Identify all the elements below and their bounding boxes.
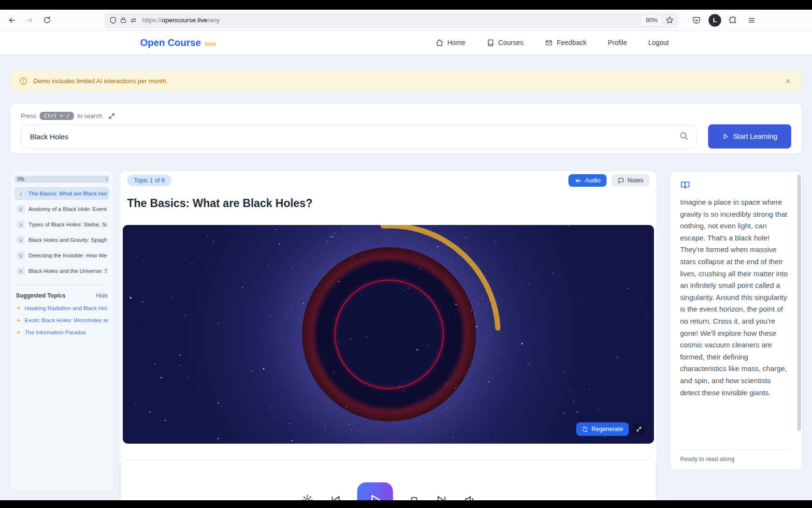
notes-button[interactable]: Notes (611, 174, 650, 187)
suggested-topic-3[interactable]: The Information Paradox (14, 329, 109, 335)
search-icon[interactable] (679, 131, 689, 141)
search-panel: Press Ctrl + / to search Start Learning (10, 104, 802, 153)
pocket-icon[interactable] (689, 13, 704, 28)
topics-sidebar: 0% 1 The Basics: What are Black Holes? 2… (10, 171, 114, 491)
settings-gear-icon[interactable] (301, 494, 314, 500)
nav-item-logout[interactable]: Logout (648, 39, 669, 46)
keyboard-shortcut: Ctrl + / (40, 112, 74, 120)
url-text[interactable]: https://opencourse.live/any (142, 16, 642, 24)
tracking-shield-icon[interactable] (109, 16, 117, 24)
topic-label: Types of Black Holes: Stellar, Sup... (29, 222, 107, 227)
start-learning-button[interactable]: Start Learning (708, 124, 791, 149)
account-avatar[interactable]: L (708, 13, 722, 28)
close-icon[interactable]: ✕ (783, 76, 793, 86)
permissions-icon[interactable] (130, 17, 137, 24)
nav-item-courses[interactable]: Courses (487, 39, 523, 47)
fullscreen-button[interactable] (633, 423, 645, 435)
back-icon[interactable] (5, 13, 19, 28)
topic-number: 2 (17, 205, 25, 213)
site-logo[interactable]: Open Course (140, 37, 201, 48)
hint-suffix: to search (77, 113, 102, 120)
url-domain: opencourse.live (162, 16, 208, 24)
suggested-label: The Information Paradox (25, 329, 86, 335)
topic-label: The Basics: What are Black Holes? (29, 191, 107, 196)
play-button[interactable] (357, 482, 393, 500)
url-bar[interactable]: https://opencourse.live/any 90% (104, 13, 679, 28)
progress-bar: 0% (14, 176, 109, 183)
feedback-mail-icon (545, 39, 553, 46)
volume-icon[interactable] (464, 494, 476, 500)
reader-scrollbar[interactable] (798, 175, 801, 431)
main-nav: Home Courses Feedback Profile Logout (435, 39, 669, 47)
nav-label: Courses (498, 39, 523, 46)
avatar-letter: L (709, 14, 721, 27)
lock-icon[interactable] (120, 16, 127, 24)
nav-label: Profile (608, 39, 627, 46)
suggested-label: Exotic Black Holes: Wormholes an... (25, 317, 108, 323)
notes-label: Notes (627, 177, 643, 184)
book-open-icon (680, 180, 792, 190)
sidebar-item-topic-1[interactable]: 1 The Basics: What are Black Holes? (14, 187, 109, 200)
brand[interactable]: Open Course beta (140, 37, 216, 48)
forward-icon[interactable] (22, 13, 37, 28)
sidebar-item-topic-2[interactable]: 2 Anatomy of a Black Hole: Event H... (14, 203, 109, 215)
site-header: Open Course beta Home Courses Feedback P… (0, 31, 812, 54)
bookmark-star-icon[interactable] (666, 16, 674, 24)
sidebar-item-topic-5[interactable]: 5 Detecting the Invisible: How We '... (14, 249, 109, 262)
topic-label: Anatomy of a Black Hole: Event H... (29, 206, 107, 212)
regenerate-button[interactable]: Regenerate (576, 422, 629, 436)
extensions-icon[interactable] (726, 13, 740, 28)
sparkle-icon (16, 318, 21, 323)
lesson-title: The Basics: What are Black Holes? (127, 196, 650, 210)
courses-book-icon (487, 39, 494, 47)
sidebar-divider (15, 285, 108, 285)
sidebar-item-topic-6[interactable]: 6 Black Holes and the Universe: Sha... (14, 265, 109, 277)
screen: https://opencourse.live/any 90% L (0, 0, 812, 508)
audio-muted-icon (575, 178, 581, 184)
notes-icon (618, 178, 624, 184)
search-input[interactable] (21, 124, 696, 149)
lesson-main: Topic 1 of 6 Audio Notes The Basics: Wha… (120, 171, 656, 500)
sidebar-item-topic-4[interactable]: 4 Black Holes and Gravity: Spaghett... (14, 234, 109, 246)
home-icon (435, 39, 444, 47)
browser-window: https://opencourse.live/any 90% L (0, 10, 812, 500)
menu-icon[interactable] (744, 13, 759, 28)
stop-icon[interactable] (408, 494, 420, 500)
suggested-topic-2[interactable]: Exotic Black Holes: Wormholes an... (14, 317, 109, 323)
search-row: Start Learning (21, 124, 791, 149)
suggested-topics-header: Suggested Topics Hide (14, 292, 109, 299)
regenerate-label: Regenerate (592, 426, 623, 433)
topic-number: 1 (17, 190, 25, 197)
sidebar-item-topic-3[interactable]: 3 Types of Black Holes: Stellar, Sup... (14, 218, 109, 231)
reload-icon[interactable] (40, 13, 54, 28)
reader-status: Ready to read along (680, 449, 792, 463)
skip-forward-icon[interactable] (435, 494, 448, 500)
demo-notice-banner: Demo includes limited AI interactions pe… (10, 71, 802, 91)
player-controls (121, 461, 656, 500)
url-path: /any (207, 16, 220, 24)
skip-back-icon[interactable] (329, 494, 342, 500)
topic-label: Detecting the Invisible: How We '... (29, 253, 107, 258)
browser-toolbar: https://opencourse.live/any 90% L (0, 10, 812, 31)
beta-badge: beta (205, 41, 216, 47)
regenerate-icon (582, 426, 588, 433)
hide-suggested-button[interactable]: Hide (96, 292, 108, 299)
nav-item-profile[interactable]: Profile (608, 39, 627, 46)
suggested-topic-1[interactable]: Hawking Radiation and Black Hol... (14, 305, 109, 311)
nav-item-feedback[interactable]: Feedback (545, 39, 586, 46)
page-content: Open Course beta Home Courses Feedback P… (0, 31, 812, 500)
expand-search-icon[interactable] (108, 113, 115, 120)
audio-button[interactable]: Audio (568, 174, 607, 187)
start-learning-label: Start Learning (733, 133, 777, 140)
collapse-sidebar-chevron-icon[interactable] (104, 176, 109, 182)
sparkle-icon (16, 330, 21, 335)
topic-label: Black Holes and the Universe: Sha... (29, 268, 107, 274)
accretion-arc (123, 225, 653, 444)
nav-item-home[interactable]: Home (435, 39, 465, 47)
suggested-label: Hawking Radiation and Black Hol... (25, 305, 108, 311)
zoom-level-indicator[interactable]: 90% (642, 15, 662, 25)
play-outline-icon (722, 133, 729, 140)
nav-label: Logout (648, 39, 669, 46)
topic-progress-badge: Topic 1 of 6 (127, 175, 172, 186)
topic-number: 5 (17, 252, 25, 259)
